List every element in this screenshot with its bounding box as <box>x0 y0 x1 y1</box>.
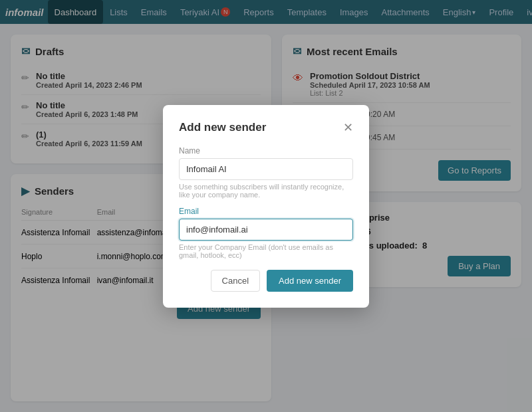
name-label: Name <box>179 146 353 155</box>
modal-close-button[interactable]: ✕ <box>343 122 353 134</box>
email-input[interactable] <box>179 219 353 241</box>
cancel-button[interactable]: Cancel <box>211 270 260 292</box>
submit-button[interactable]: Add new sender <box>267 270 353 292</box>
modal-title: Add new sender <box>179 121 266 134</box>
modal-overlay: Add new sender ✕ Name Use something subs… <box>0 0 532 412</box>
email-field-group: Email Enter your Company Email (don't us… <box>179 207 353 259</box>
email-hint: Enter your Company Email (don't use emai… <box>179 243 353 259</box>
name-input[interactable] <box>179 158 353 180</box>
email-label: Email <box>179 207 353 216</box>
modal-header: Add new sender ✕ <box>179 121 353 134</box>
name-hint: Use something subscribers will instantly… <box>179 183 353 199</box>
name-field-group: Name Use something subscribers will inst… <box>179 146 353 199</box>
modal-actions: Cancel Add new sender <box>179 270 353 292</box>
add-sender-modal: Add new sender ✕ Name Use something subs… <box>163 105 369 308</box>
